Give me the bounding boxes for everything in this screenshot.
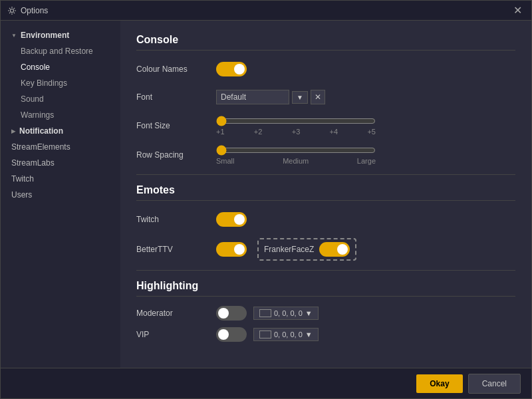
title-bar-left: Options bbox=[7, 6, 48, 15]
cancel-button[interactable]: Cancel bbox=[468, 374, 521, 394]
betterttv-toggle-row: FrankerFaceZ bbox=[216, 238, 356, 261]
console-section-title: Console bbox=[136, 34, 515, 51]
betterttv-toggle[interactable] bbox=[216, 242, 247, 257]
options-dialog: Options ✕ ▼ Environment Backup and Resto… bbox=[0, 0, 532, 399]
frankerfacez-wrap: FrankerFaceZ bbox=[257, 238, 356, 261]
sidebar-item-label: Notification bbox=[19, 126, 63, 136]
twitch-row: Twitch bbox=[136, 210, 515, 229]
sidebar-item-label: Sound bbox=[21, 94, 44, 104]
moderator-thumb bbox=[218, 308, 229, 319]
betterttv-label: BetterTTV bbox=[136, 245, 216, 254]
font-size-label: Font Size bbox=[136, 121, 216, 130]
okay-button[interactable]: Okay bbox=[416, 374, 462, 393]
moderator-label: Moderator bbox=[136, 309, 216, 318]
moderator-color-picker[interactable]: 0, 0, 0, 0 ▼ bbox=[253, 307, 319, 320]
vip-thumb bbox=[218, 329, 229, 340]
sidebar: ▼ Environment Backup and Restore Console… bbox=[1, 21, 120, 368]
svg-point-0 bbox=[11, 9, 14, 12]
font-dropdown-arrow[interactable]: ▼ bbox=[292, 91, 308, 104]
sidebar-item-streamelements[interactable]: StreamElements bbox=[1, 139, 120, 155]
sidebar-item-label: Users bbox=[11, 190, 32, 200]
frankerfacez-label: FrankerFaceZ bbox=[264, 245, 314, 254]
content-area: ▼ Environment Backup and Restore Console… bbox=[1, 21, 531, 368]
highlighting-section-title: Highlighting bbox=[136, 280, 515, 297]
font-clear-button[interactable]: ✕ bbox=[311, 90, 325, 104]
row-spacing-wrap: Small Medium Large bbox=[216, 145, 376, 165]
sidebar-item-label: Twitch bbox=[11, 174, 34, 184]
moderator-track bbox=[216, 306, 247, 321]
moderator-toggle[interactable] bbox=[216, 306, 247, 321]
sidebar-item-sound[interactable]: Sound bbox=[1, 91, 120, 107]
sidebar-item-key-bindings[interactable]: Key Bindings bbox=[1, 75, 120, 91]
vip-color-picker[interactable]: 0, 0, 0, 0 ▼ bbox=[253, 328, 319, 341]
sidebar-item-warnings[interactable]: Warnings bbox=[1, 107, 120, 123]
chevron-down-icon: ▼ bbox=[11, 33, 17, 39]
emotes-divider bbox=[136, 270, 515, 271]
font-size-row: Font Size +1 +2 +3 +4 +5 bbox=[136, 116, 515, 136]
sidebar-item-twitch[interactable]: Twitch bbox=[1, 171, 120, 187]
betterttv-track bbox=[216, 242, 247, 257]
frankerfacez-toggle[interactable] bbox=[319, 242, 350, 257]
vip-track bbox=[216, 327, 247, 342]
sidebar-item-label: StreamLabs bbox=[11, 158, 55, 168]
betterttv-row: BetterTTV FrankerFaceZ bbox=[136, 238, 515, 261]
vip-color-swatch bbox=[259, 331, 271, 338]
moderator-row: Moderator 0, 0, 0, 0 ▼ bbox=[136, 306, 515, 321]
frankerfacez-thumb bbox=[337, 244, 348, 255]
font-size-wrap: +1 +2 +3 +4 +5 bbox=[216, 116, 515, 136]
console-divider bbox=[136, 174, 515, 175]
row-spacing-label: Row Spacing bbox=[136, 150, 216, 160]
vip-label: VIP bbox=[136, 330, 216, 339]
moderator-dropdown-icon: ▼ bbox=[305, 309, 313, 317]
row-spacing-labels: Small Medium Large bbox=[216, 157, 376, 165]
font-label: Font bbox=[136, 92, 216, 102]
vip-dropdown-icon: ▼ bbox=[305, 331, 313, 338]
colour-names-row: Colour Names bbox=[136, 60, 515, 78]
row-spacing-row: Row Spacing Small Medium Large bbox=[136, 145, 515, 165]
sidebar-item-console[interactable]: Console bbox=[1, 59, 120, 75]
sidebar-item-label: StreamElements bbox=[11, 142, 70, 152]
title-bar: Options ✕ bbox=[1, 1, 531, 21]
main-panel: Console Colour Names Font Default ▼ bbox=[120, 21, 531, 368]
row-spacing-slider[interactable] bbox=[216, 145, 376, 156]
font-select-wrap: Default ▼ ✕ bbox=[216, 90, 325, 104]
font-size-labels: +1 +2 +3 +4 +5 bbox=[216, 128, 376, 136]
chevron-right-icon: ▶ bbox=[11, 128, 15, 134]
title-text: Options bbox=[21, 6, 48, 15]
footer: Okay Cancel bbox=[1, 368, 531, 398]
sidebar-item-label: Environment bbox=[21, 31, 69, 40]
close-button[interactable]: ✕ bbox=[511, 5, 525, 16]
options-icon bbox=[7, 6, 17, 15]
sidebar-item-users[interactable]: Users bbox=[1, 187, 120, 203]
colour-names-track bbox=[216, 62, 247, 76]
moderator-color-swatch bbox=[259, 309, 271, 317]
emotes-section-title: Emotes bbox=[136, 184, 515, 201]
twitch-track bbox=[216, 212, 247, 227]
colour-names-label: Colour Names bbox=[136, 65, 216, 74]
sidebar-item-notification[interactable]: ▶ Notification bbox=[1, 123, 120, 139]
frankerfacez-track bbox=[319, 242, 350, 257]
twitch-label: Twitch bbox=[136, 215, 216, 224]
sidebar-item-label: Key Bindings bbox=[21, 78, 67, 88]
twitch-thumb bbox=[234, 214, 245, 225]
moderator-color-value: 0, 0, 0, 0 bbox=[274, 309, 303, 317]
sidebar-item-environment[interactable]: ▼ Environment bbox=[1, 27, 120, 43]
betterttv-thumb bbox=[234, 244, 245, 255]
sidebar-item-label: Console bbox=[21, 63, 50, 72]
twitch-toggle[interactable] bbox=[216, 212, 247, 227]
sidebar-item-label: Warnings bbox=[21, 110, 54, 120]
vip-toggle[interactable] bbox=[216, 327, 247, 342]
sidebar-item-backup-restore[interactable]: Backup and Restore bbox=[1, 43, 120, 59]
font-select[interactable]: Default bbox=[216, 90, 289, 104]
font-row: Font Default ▼ ✕ bbox=[136, 88, 515, 106]
colour-names-thumb bbox=[234, 64, 245, 74]
colour-names-toggle[interactable] bbox=[216, 62, 247, 76]
sidebar-item-label: Backup and Restore bbox=[21, 47, 93, 56]
vip-row: VIP 0, 0, 0, 0 ▼ bbox=[136, 327, 515, 342]
sidebar-item-streamlabs[interactable]: StreamLabs bbox=[1, 155, 120, 171]
vip-color-value: 0, 0, 0, 0 bbox=[274, 331, 303, 338]
font-size-slider[interactable] bbox=[216, 116, 376, 126]
